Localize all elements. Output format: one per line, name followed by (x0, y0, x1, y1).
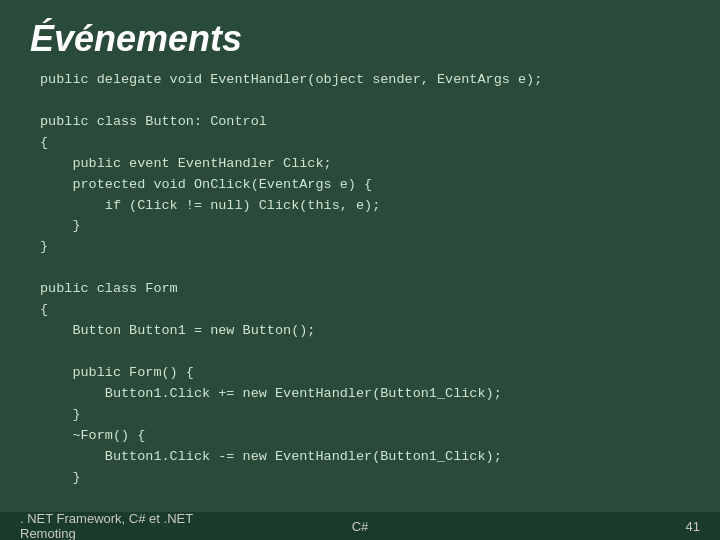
delegate-line: public delegate void EventHandler(object… (40, 70, 680, 91)
class-form-line-7: ~Form() { (40, 426, 680, 447)
class-button-line-3: protected void OnClick(EventArgs e) { (40, 175, 680, 196)
class-form-line-10 (40, 488, 680, 509)
class-form-line-4: public Form() { (40, 363, 680, 384)
class-form-line-1: { (40, 300, 680, 321)
footer-center: C# (247, 519, 474, 534)
page-title: Événements (0, 0, 720, 70)
class-button-line-0: public class Button: Control (40, 112, 680, 133)
class-button-line-4: if (Click != null) Click(this, e); (40, 196, 680, 217)
class-form-line-8: Button1.Click -= new EventHandler(Button… (40, 447, 680, 468)
class-form-line-3 (40, 342, 680, 363)
class-form-line-0: public class Form (40, 279, 680, 300)
class-button-line-6: } (40, 237, 680, 258)
footer-left: . NET Framework, C# et .NET Remoting (20, 511, 247, 540)
footer: . NET Framework, C# et .NET Remoting C# … (0, 512, 720, 540)
class-form-line-6: } (40, 405, 680, 426)
class-form-line-9: } (40, 468, 680, 489)
class-form-line-5: Button1.Click += new EventHandler(Button… (40, 384, 680, 405)
class-button-line-1: { (40, 133, 680, 154)
class-button-line-2: public event EventHandler Click; (40, 154, 680, 175)
footer-right: 41 (473, 519, 700, 534)
class-button-line-5: } (40, 216, 680, 237)
code-area: public delegate void EventHandler(object… (0, 70, 720, 540)
class-form-line-2: Button Button1 = new Button(); (40, 321, 680, 342)
